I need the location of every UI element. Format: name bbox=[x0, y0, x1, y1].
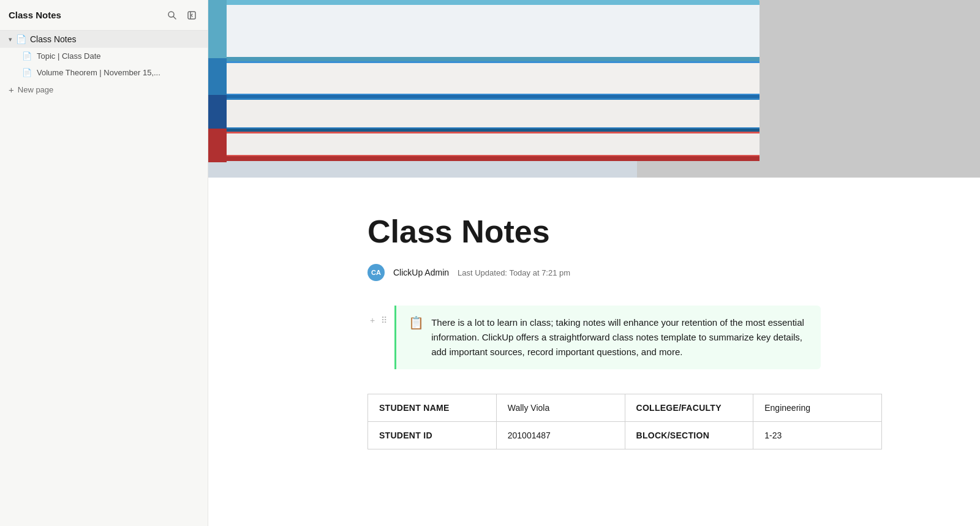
search-icon bbox=[167, 10, 177, 20]
search-button[interactable] bbox=[165, 8, 179, 23]
hero-image bbox=[208, 0, 980, 178]
document-icon: 📄 bbox=[22, 68, 32, 77]
sidebar: Class Notes ▾ 📄 Class Notes 📄 Topic bbox=[0, 0, 208, 526]
sidebar-header: Class Notes bbox=[0, 0, 208, 31]
svg-rect-21 bbox=[208, 129, 227, 162]
svg-rect-16 bbox=[208, 57, 760, 61]
content-area: Class Notes CA ClickUp Admin Last Update… bbox=[318, 178, 870, 498]
svg-rect-19 bbox=[208, 58, 227, 98]
avatar: CA bbox=[368, 264, 385, 281]
svg-rect-13 bbox=[208, 95, 760, 98]
collapse-sidebar-button[interactable] bbox=[184, 8, 199, 23]
last-updated: Last Updated: Today at 7:21 pm bbox=[458, 268, 570, 277]
sidebar-sub-label: Topic | Class Date bbox=[37, 51, 101, 61]
table-header-student-id: STUDENT ID bbox=[368, 422, 497, 449]
new-page-button[interactable]: + New page bbox=[0, 81, 208, 99]
svg-rect-20 bbox=[208, 95, 227, 132]
document-icon: 📄 bbox=[22, 51, 32, 61]
table-row: STUDENT ID 201001487 BLOCK/SECTION 1-23 bbox=[368, 422, 882, 449]
table-header-student-name: STUDENT NAME bbox=[368, 394, 497, 422]
document-icon: 📄 bbox=[16, 34, 26, 44]
sidebar-section-class-notes[interactable]: ▾ 📄 Class Notes bbox=[0, 31, 208, 48]
block-wrapper: + ⠿ 📋 There is a lot to learn in class; … bbox=[368, 306, 821, 369]
doc-meta: CA ClickUp Admin Last Updated: Today at … bbox=[368, 264, 821, 281]
svg-rect-2 bbox=[188, 12, 195, 19]
main-content: Class Notes CA ClickUp Admin Last Update… bbox=[208, 0, 980, 526]
sidebar-sub-label: Volume Theorem | November 15,... bbox=[37, 68, 160, 77]
svg-rect-14 bbox=[208, 63, 760, 94]
sidebar-header-icons bbox=[165, 8, 199, 23]
svg-rect-17 bbox=[208, 5, 760, 57]
chevron-down-icon: ▾ bbox=[9, 36, 12, 43]
collapse-icon bbox=[187, 10, 197, 20]
add-block-button[interactable]: + bbox=[368, 314, 377, 326]
table-value-student-id: 201001487 bbox=[496, 422, 625, 449]
hero-svg bbox=[208, 0, 980, 178]
table-header-college-faculty: COLLEGE/FACULTY bbox=[625, 394, 753, 422]
drag-block-button[interactable]: ⠿ bbox=[379, 314, 390, 326]
callout-text: There is a lot to learn in class; taking… bbox=[431, 315, 809, 359]
svg-rect-7 bbox=[208, 156, 760, 161]
table-row: STUDENT NAME Wally Viola COLLEGE/FACULTY… bbox=[368, 394, 882, 422]
sidebar-item-topic-class-date[interactable]: 📄 Topic | Class Date bbox=[0, 48, 208, 64]
plus-icon: + bbox=[9, 85, 14, 95]
svg-rect-11 bbox=[208, 100, 760, 127]
callout-emoji: 📋 bbox=[409, 315, 424, 330]
svg-line-1 bbox=[173, 17, 176, 19]
callout-block: 📋 There is a lot to learn in class; taki… bbox=[394, 306, 821, 369]
table-header-block-section: BLOCK/SECTION bbox=[625, 422, 753, 449]
svg-rect-8 bbox=[208, 133, 760, 155]
doc-title: Class Notes bbox=[368, 214, 821, 249]
info-table: STUDENT NAME Wally Viola COLLEGE/FACULTY… bbox=[368, 394, 882, 449]
table-value-block-section: 1-23 bbox=[753, 422, 882, 449]
block-controls: + ⠿ bbox=[368, 306, 390, 326]
author-name: ClickUp Admin bbox=[393, 268, 449, 277]
svg-rect-18 bbox=[208, 0, 227, 61]
new-page-label: New page bbox=[18, 85, 54, 94]
svg-rect-10 bbox=[208, 129, 760, 132]
table-value-college-faculty: Engineering bbox=[753, 394, 882, 422]
table-value-student-name: Wally Viola bbox=[496, 394, 625, 422]
sidebar-item-volume-theorem[interactable]: 📄 Volume Theorem | November 15,... bbox=[0, 64, 208, 81]
sidebar-section-label: Class Notes bbox=[30, 34, 76, 44]
sidebar-title: Class Notes bbox=[9, 10, 61, 20]
